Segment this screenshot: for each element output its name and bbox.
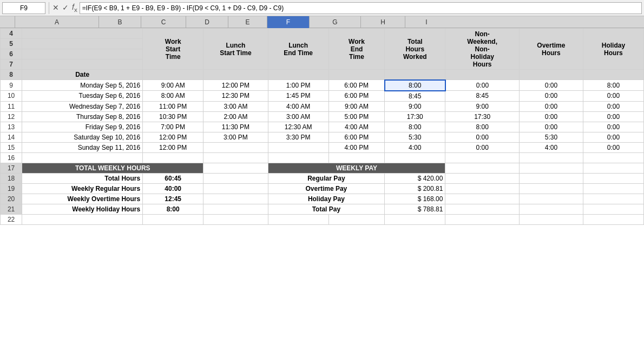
cell-f21-value[interactable]: $ 788.81 (385, 204, 445, 214)
cell-g14[interactable]: 0:00 (445, 132, 520, 142)
cell-c9[interactable]: 12:00 PM (203, 80, 268, 91)
cell-a13[interactable]: Friday Sep 9, 2016 (22, 122, 143, 132)
cell-b13[interactable]: 7:00 PM (143, 122, 203, 132)
cell-g12[interactable]: 17:30 (445, 111, 520, 122)
cell-b18-value[interactable]: 60:45 (143, 173, 203, 183)
cell-g18[interactable] (445, 173, 520, 183)
cell-i21[interactable] (583, 204, 643, 214)
cell-e16[interactable] (328, 152, 385, 163)
cell-g21[interactable] (445, 204, 520, 214)
cell-e14[interactable]: 6:00 PM (328, 132, 385, 142)
cell-c12[interactable]: 2:00 AM (203, 111, 268, 122)
cell-f14[interactable]: 5:30 (385, 132, 445, 142)
cell-d10[interactable]: 1:45 PM (268, 91, 328, 102)
cell-i9[interactable]: 8:00 (583, 80, 643, 91)
cell-c19[interactable] (203, 183, 268, 194)
cell-f11[interactable]: 9:00 (385, 101, 445, 111)
cell-b20-value[interactable]: 12:45 (143, 194, 203, 204)
cell-i19[interactable] (583, 183, 643, 194)
cell-f10[interactable]: 8:45 (385, 91, 445, 102)
cell-i11[interactable]: 0:00 (583, 101, 643, 111)
cell-h10[interactable]: 0:00 (519, 91, 583, 102)
cancel-icon[interactable]: ✕ (52, 3, 59, 12)
cell-b19-value[interactable]: 40:00 (143, 183, 203, 194)
cell-i10[interactable]: 0:00 (583, 91, 643, 102)
cell-h18[interactable] (519, 173, 583, 183)
cell-a6[interactable] (22, 49, 143, 59)
cell-e12[interactable]: 5:00 PM (328, 111, 385, 122)
formula-input[interactable] (80, 2, 642, 14)
cell-h22[interactable] (519, 214, 583, 224)
cell-a9[interactable]: Monday Sep 5, 2016 (22, 80, 143, 91)
cell-h14[interactable]: 5:30 (519, 132, 583, 142)
cell-b16[interactable] (143, 152, 203, 163)
cell-a4[interactable] (22, 29, 143, 39)
cell-c15[interactable] (203, 142, 268, 152)
cell-f9[interactable]: 8:00 (385, 80, 445, 91)
cell-g10[interactable]: 8:45 (445, 91, 520, 102)
cell-d13[interactable]: 12:30 AM (268, 122, 328, 132)
cell-b12[interactable]: 10:30 PM (143, 111, 203, 122)
cell-f20-value[interactable]: $ 168.00 (385, 194, 445, 204)
col-header-d[interactable]: D (186, 16, 228, 28)
cell-h16[interactable] (519, 152, 583, 163)
cell-g16[interactable] (445, 152, 520, 163)
cell-h19[interactable] (519, 183, 583, 194)
cell-f12[interactable]: 17:30 (385, 111, 445, 122)
cell-i16[interactable] (583, 152, 643, 163)
insert-function-icon[interactable]: fx (72, 3, 77, 13)
cell-c11[interactable]: 3:00 AM (203, 101, 268, 111)
cell-h20[interactable] (519, 194, 583, 204)
cell-c17[interactable] (203, 163, 268, 173)
cell-c18[interactable] (203, 173, 268, 183)
cell-e9[interactable]: 6:00 PM (328, 80, 385, 91)
cell-g20[interactable] (445, 194, 520, 204)
cell-i20[interactable] (583, 194, 643, 204)
cell-b15[interactable]: 12:00 PM (143, 142, 203, 152)
cell-h21[interactable] (519, 204, 583, 214)
cell-c20[interactable] (203, 194, 268, 204)
cell-b11[interactable]: 11:00 PM (143, 101, 203, 111)
col-header-i[interactable]: I (405, 16, 448, 28)
cell-g9[interactable]: 0:00 (445, 80, 520, 91)
col-header-g[interactable]: G (310, 16, 361, 28)
cell-g17[interactable] (445, 163, 520, 173)
col-header-a[interactable]: A (15, 16, 99, 28)
cell-a12[interactable]: Thursday Sep 8, 2016 (22, 111, 143, 122)
cell-a16[interactable] (22, 152, 143, 163)
cell-i22[interactable] (583, 214, 643, 224)
col-header-c[interactable]: C (141, 16, 186, 28)
cell-a5[interactable] (22, 39, 143, 49)
cell-h9[interactable]: 0:00 (519, 80, 583, 91)
cell-b9[interactable]: 9:00 AM (143, 80, 203, 91)
cell-a10[interactable]: Tuesday Sep 6, 2016 (22, 91, 143, 102)
cell-i12[interactable]: 0:00 (583, 111, 643, 122)
cell-a14[interactable]: Saturday Sep 10, 2016 (22, 132, 143, 142)
confirm-icon[interactable]: ✓ (62, 3, 69, 12)
cell-e13[interactable]: 4:00 AM (328, 122, 385, 132)
cell-f19-value[interactable]: $ 200.81 (385, 183, 445, 194)
cell-g13[interactable]: 8:00 (445, 122, 520, 132)
cell-d16[interactable] (268, 152, 328, 163)
cell-d15[interactable] (268, 142, 328, 152)
cell-b14[interactable]: 12:00 PM (143, 132, 203, 142)
cell-b22[interactable] (143, 214, 203, 224)
cell-h11[interactable]: 0:00 (519, 101, 583, 111)
cell-a22[interactable] (22, 214, 143, 224)
cell-f16[interactable] (385, 152, 445, 163)
cell-i15[interactable]: 0:00 (583, 142, 643, 152)
cell-reference-box[interactable]: F9 (2, 2, 45, 14)
cell-h12[interactable]: 0:00 (519, 111, 583, 122)
col-header-e[interactable]: E (228, 16, 267, 28)
cell-g15[interactable]: 0:00 (445, 142, 520, 152)
cell-g22[interactable] (445, 214, 520, 224)
cell-g19[interactable] (445, 183, 520, 194)
cell-c21[interactable] (203, 204, 268, 214)
col-header-h[interactable]: H (361, 16, 405, 28)
cell-i18[interactable] (583, 173, 643, 183)
cell-e22[interactable] (328, 214, 385, 224)
cell-f15[interactable]: 4:00 (385, 142, 445, 152)
col-header-b[interactable]: B (99, 16, 141, 28)
cell-d9[interactable]: 1:00 PM (268, 80, 328, 91)
cell-c10[interactable]: 12:30 PM (203, 91, 268, 102)
